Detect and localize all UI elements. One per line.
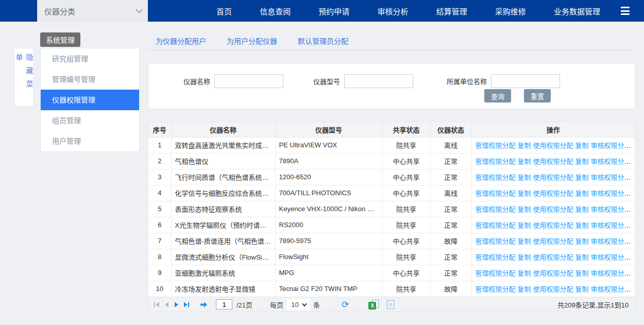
hide-menu-button[interactable]: 隐藏菜单: [14, 48, 34, 107]
sidebar-item-3[interactable]: 组员管理: [41, 110, 139, 131]
action-link-5[interactable]: 复制: [633, 253, 635, 261]
action-link-3[interactable]: 复制: [575, 285, 589, 293]
action-link-0[interactable]: 管理权限分配: [476, 285, 516, 293]
sidebar-item-2[interactable]: 仪器权限管理: [41, 90, 139, 110]
action-link-5[interactable]: 复制: [633, 142, 635, 149]
nav-item-1[interactable]: 信息查阅: [260, 6, 291, 16]
action-link-1[interactable]: 复制: [518, 142, 531, 149]
prev-page-icon[interactable]: [163, 301, 170, 308]
action-link-1[interactable]: 复制: [518, 253, 531, 261]
action-link-4[interactable]: 审核权限分配: [591, 158, 631, 165]
action-link-5[interactable]: 复制: [633, 190, 635, 197]
tab-1[interactable]: 为用户分配仪器: [219, 31, 285, 50]
action-link-5[interactable]: 复制: [633, 158, 635, 165]
action-link-4[interactable]: 审核权限分配: [591, 253, 631, 261]
action-link-1[interactable]: 复制: [518, 190, 531, 197]
cell-share-status: 中心共享: [382, 265, 430, 281]
action-link-3[interactable]: 复制: [575, 142, 589, 149]
action-link-3[interactable]: 复制: [575, 237, 589, 245]
action-link-5[interactable]: 复制: [633, 285, 635, 293]
action-link-0[interactable]: 管理权限分配: [476, 269, 516, 277]
action-link-3[interactable]: 复制: [575, 158, 589, 165]
action-link-1[interactable]: 复制: [518, 221, 531, 229]
last-page-icon[interactable]: [183, 301, 190, 308]
action-link-1[interactable]: 复制: [518, 269, 531, 277]
action-link-0[interactable]: 管理权限分配: [476, 158, 516, 165]
tab-2[interactable]: 默认管理员分配: [290, 31, 356, 50]
refresh-icon[interactable]: ⟳: [342, 300, 349, 309]
action-link-3[interactable]: 复制: [575, 253, 589, 261]
action-link-2[interactable]: 使用权限分配: [533, 206, 573, 213]
page-number-input[interactable]: [216, 299, 232, 310]
action-link-0[interactable]: 管理权限分配: [476, 237, 516, 245]
tab-0[interactable]: 为仪器分配用户: [148, 31, 214, 50]
cell-index: 3: [148, 169, 171, 185]
action-link-4[interactable]: 审核权限分配: [591, 142, 631, 149]
action-link-0[interactable]: 管理权限分配: [476, 221, 516, 229]
action-link-2[interactable]: 使用权限分配: [533, 190, 573, 197]
query-button[interactable]: 查询: [484, 89, 511, 102]
reset-button[interactable]: 重置: [524, 89, 551, 102]
action-link-0[interactable]: 管理权限分配: [476, 206, 516, 213]
action-link-4[interactable]: 审核权限分配: [591, 190, 631, 197]
next-page-icon[interactable]: [173, 301, 180, 308]
cell-share-status: 院共享: [382, 249, 430, 265]
action-link-5[interactable]: 复制: [633, 174, 635, 181]
action-link-2[interactable]: 使用权限分配: [533, 253, 573, 261]
action-link-0[interactable]: 管理权限分配: [476, 190, 516, 197]
action-link-1[interactable]: 复制: [518, 158, 531, 165]
nav-item-6[interactable]: 业务数据管理: [554, 6, 600, 16]
per-page-select[interactable]: 10: [286, 299, 310, 310]
action-link-1[interactable]: 复制: [518, 237, 531, 245]
export-doc-icon[interactable]: [387, 300, 394, 309]
sidebar-item-4[interactable]: 用户管理: [41, 131, 139, 151]
go-page-icon[interactable]: [200, 301, 208, 308]
action-link-3[interactable]: 复制: [575, 174, 589, 181]
action-link-0[interactable]: 管理权限分配: [476, 253, 516, 261]
nav-item-5[interactable]: 采购维修: [495, 6, 526, 16]
export-excel-icon[interactable]: X: [368, 300, 379, 310]
cell-actions: 管理权限分配复制使用权限分配复制审核权限分配复制: [471, 265, 635, 281]
action-link-0[interactable]: 管理权限分配: [476, 142, 516, 149]
action-link-2[interactable]: 使用权限分配: [533, 269, 573, 277]
action-link-1[interactable]: 复制: [518, 206, 531, 213]
pagination-bar: /21页 每页 10 条 ⟳ X 共209条记录,显示1到10: [148, 297, 635, 312]
sidebar-item-0[interactable]: 研究组管理: [41, 48, 139, 69]
sidebar-item-1[interactable]: 管理编号管理: [41, 69, 139, 90]
action-link-4[interactable]: 审核权限分配: [591, 237, 631, 245]
column-header-2: 仪器型号: [275, 122, 382, 137]
action-link-1[interactable]: 复制: [518, 174, 531, 181]
action-link-3[interactable]: 复制: [575, 190, 589, 197]
nav-item-0[interactable]: 首页: [216, 6, 232, 16]
action-link-5[interactable]: 复制: [633, 206, 635, 213]
first-page-icon[interactable]: [154, 301, 160, 308]
action-link-4[interactable]: 审核权限分配: [591, 206, 631, 213]
search-field-input-0[interactable]: [214, 74, 283, 88]
action-link-4[interactable]: 审核权限分配: [591, 221, 631, 229]
action-link-4[interactable]: 审核权限分配: [591, 174, 631, 181]
action-link-1[interactable]: 复制: [518, 285, 531, 293]
nav-item-2[interactable]: 预约申请: [318, 6, 349, 16]
action-link-0[interactable]: 管理权限分配: [476, 174, 516, 181]
search-field-input-2[interactable]: [491, 74, 560, 88]
search-field-input-1[interactable]: [344, 74, 413, 88]
action-link-4[interactable]: 审核权限分配: [591, 285, 631, 293]
action-link-2[interactable]: 使用权限分配: [533, 237, 573, 245]
action-link-2[interactable]: 使用权限分配: [533, 285, 573, 293]
nav-item-4[interactable]: 结算管理: [436, 6, 467, 16]
action-link-2[interactable]: 使用权限分配: [533, 174, 573, 181]
nav-item-3[interactable]: 审核分析: [377, 6, 408, 16]
action-link-5[interactable]: 复制: [633, 269, 635, 277]
action-link-5[interactable]: 复制: [633, 237, 635, 245]
action-link-3[interactable]: 复制: [575, 221, 589, 229]
action-link-4[interactable]: 审核权限分配: [591, 269, 631, 277]
action-link-2[interactable]: 使用权限分配: [533, 158, 573, 165]
menu-icon[interactable]: [621, 7, 630, 15]
action-link-2[interactable]: 使用权限分配: [533, 142, 573, 149]
action-link-5[interactable]: 复制: [633, 221, 635, 229]
action-link-2[interactable]: 使用权限分配: [533, 221, 573, 229]
table-header-row: 序号仪器名称仪器型号共享状态仪器状态操作: [148, 122, 635, 137]
instrument-category-dropdown[interactable]: 仪器分类: [37, 0, 148, 22]
action-link-3[interactable]: 复制: [575, 269, 589, 277]
action-link-3[interactable]: 复制: [575, 206, 589, 213]
